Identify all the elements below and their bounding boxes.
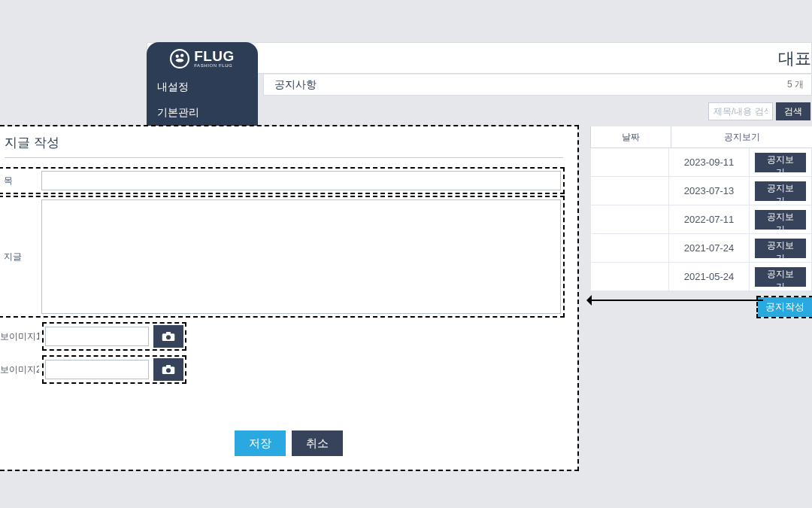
svg-rect-4 [166, 332, 171, 334]
search-button[interactable]: 검색 [776, 102, 810, 120]
cell-date: 2022-07-11 [668, 205, 750, 233]
view-button[interactable]: 공지보기 [755, 239, 806, 258]
title-input[interactable] [41, 171, 561, 190]
cell-date: 2021-07-24 [668, 234, 750, 262]
save-button[interactable]: 저장 [235, 430, 286, 456]
view-button[interactable]: 공지보기 [755, 210, 806, 230]
cell-date: 2023-09-11 [668, 148, 750, 176]
section-count: 5 개 [787, 78, 804, 91]
image2-upload-button[interactable] [153, 358, 183, 381]
brand-tagline: FASHION FLUG [194, 63, 235, 68]
table-row: 2023-09-11 공지보기 [590, 148, 812, 177]
title-label: 목 [2, 171, 41, 190]
header-title: 대표 [769, 43, 811, 75]
table-row: 2023-07-13 공지보기 [590, 177, 812, 205]
view-button[interactable]: 공지보기 [755, 181, 806, 201]
image2-input[interactable] [45, 360, 149, 379]
cancel-button[interactable]: 취소 [292, 430, 343, 456]
image2-label: 보이미지2 [0, 364, 39, 376]
image1-input[interactable] [45, 327, 149, 346]
view-button[interactable]: 공지보기 [755, 267, 806, 287]
create-notice-button[interactable]: 공지작성 [758, 297, 812, 317]
callout-arrow [589, 300, 763, 301]
body-input[interactable] [41, 199, 561, 314]
notice-panel: 검색 날짜 공지보기 2023-09-11 공지보기 2023-07-13 공지… [590, 98, 812, 508]
cell-date: 2023-07-13 [668, 177, 750, 205]
svg-point-8 [166, 368, 171, 373]
table-row: 2021-05-24 공지보기 [590, 263, 812, 291]
svg-point-5 [166, 335, 171, 339]
sidebar: 내설정 기본관리 [147, 75, 258, 126]
table-row: 2021-07-24 공지보기 [590, 234, 812, 263]
svg-point-1 [176, 54, 179, 57]
image1-label: 보이미지1 [0, 330, 39, 343]
camera-icon [162, 364, 175, 375]
compose-modal: 지글 작성 목 지글 보이미지1 보이미지2 [0, 125, 579, 471]
table-row: 2022-07-11 공지보기 [590, 205, 812, 234]
body-label: 지글 [2, 199, 41, 314]
image1-upload-button[interactable] [153, 325, 183, 348]
brand-mark-icon [170, 49, 189, 68]
search-input[interactable] [708, 102, 773, 120]
camera-icon [162, 331, 175, 342]
col-date-header: 날짜 [590, 126, 671, 148]
table-header: 날짜 공지보기 [590, 126, 812, 148]
view-button[interactable]: 공지보기 [755, 153, 806, 172]
cell-date: 2021-05-24 [668, 263, 750, 291]
compose-title: 지글 작성 [5, 134, 563, 158]
brand-logo: FLUG FASHION FLUG [147, 42, 258, 75]
svg-rect-7 [166, 365, 171, 367]
brand-name: FLUG [194, 49, 235, 63]
svg-point-2 [180, 53, 183, 56]
section-title: 공지사항 [274, 78, 317, 92]
sidebar-item-settings[interactable]: 내설정 [147, 75, 258, 100]
col-view-header: 공지보기 [671, 126, 812, 148]
sidebar-item-basic[interactable]: 기본관리 [147, 100, 258, 126]
section-bar: 공지사항 5 개 [263, 75, 812, 96]
